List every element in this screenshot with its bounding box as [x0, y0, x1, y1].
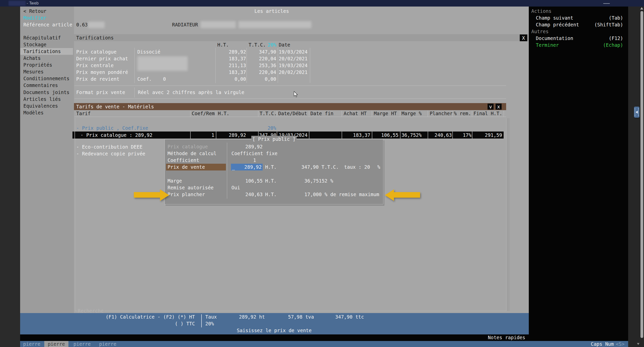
row-label: Prix de revient — [76, 76, 119, 82]
status-ht-value: 289,92 ht — [226, 314, 265, 320]
tarifications-panel-header — [74, 34, 529, 41]
cell-separator — [400, 132, 400, 139]
popup-remise-label: Remise autorisée — [168, 184, 214, 191]
tarif-row-eco[interactable]: - Eco-contribution DEEE — [76, 144, 142, 150]
row-ht: 289,92 — [214, 49, 246, 55]
action-terminer-key: (Echap) — [586, 42, 623, 49]
popup-vente-label: Prix de vente — [168, 164, 205, 170]
row-label: Prix centrale — [76, 62, 114, 69]
scroll-down-icon[interactable] — [637, 343, 639, 345]
popup-vente-unit: H.T. — [265, 164, 277, 170]
tarif-group-row[interactable]: - Prix public , Coef.Fixe — [76, 125, 148, 132]
left-dark-strip — [0, 7, 20, 347]
calculator-toggle[interactable]: (F1) Calculatrice - (F2) (*) HT — [106, 314, 195, 320]
cell-separator — [428, 132, 428, 139]
cell-separator — [452, 132, 453, 139]
popup-coefficient-value[interactable]: 1 — [231, 157, 256, 164]
action-champ-precedent-key: (ShiftTab) — [576, 21, 623, 28]
sidebar-item-conditionnements[interactable]: Conditionnements — [23, 75, 69, 82]
scroll-up-icon[interactable] — [640, 7, 643, 10]
cell-ht: 289,92 — [216, 132, 246, 139]
format-prix-vente-value[interactable]: Réel avec 2 chiffres après la virgule — [138, 89, 244, 96]
row-date: 19/03/2024 — [279, 49, 307, 55]
cell-separator — [190, 132, 191, 139]
selected-row-marker — [72, 132, 74, 139]
action-documentation-key: (F12) — [586, 35, 623, 42]
prix-vente-input-value: 289,92 — [231, 164, 262, 170]
status-tva-value: 57,98 tva — [277, 314, 314, 320]
sales-close-button[interactable]: x — [496, 104, 502, 110]
sidebar-item-stockage[interactable]: Stockage — [23, 41, 47, 48]
divider — [309, 111, 309, 117]
taskbar-tab-4[interactable]: pierre — [99, 341, 116, 347]
back-button[interactable]: < Retour — [23, 8, 47, 15]
action-terminer[interactable]: Terminer — [536, 42, 559, 49]
sidebar-item-documents-joints[interactable]: Documents joints — [23, 89, 69, 96]
article-name: RADIATEUR — [172, 21, 198, 28]
popup-marge-unit: H.T. — [265, 178, 277, 184]
tarif-row-redevance[interactable]: - Redevance copie privée — [76, 150, 145, 157]
left-annotation-arrow-icon — [134, 189, 169, 201]
notes-rapides-button[interactable]: Notes rapides — [453, 334, 525, 341]
ref-article-value[interactable]: 0.63 — [76, 21, 88, 28]
side-panel-toggle[interactable] — [634, 107, 639, 118]
prix-public-dialog-title: [ Prix public ] — [251, 136, 297, 143]
status-divider — [201, 314, 202, 327]
sidebar-item-articles-lies[interactable]: Articles liés — [23, 96, 61, 103]
popup-methode-value[interactable]: Coefficient fixe — [231, 150, 277, 157]
sidebar-item-equivalences[interactable]: Equivalences — [23, 103, 58, 109]
sales-header-achat-ht: Achat HT — [344, 110, 367, 117]
prix-vente-input[interactable]: _ 289,92 — [231, 164, 263, 170]
search-frame-left — [75, 118, 75, 311]
popup-plancher-label: Prix plancher — [168, 191, 205, 198]
collapse-left-icon — [636, 111, 638, 114]
search-frame-bottom — [75, 311, 506, 311]
sales-header-marge-ht: Marge HT — [374, 110, 397, 117]
status-message: Saisissez le prix de vente — [199, 327, 350, 334]
popup-catalogue-label: Prix catalogue — [168, 143, 208, 150]
row-ht: 0,00 — [214, 76, 246, 82]
action-documentation[interactable]: Documentation — [536, 35, 573, 42]
cell-plancher: 240,63 — [428, 132, 452, 139]
restore-icon[interactable] — [619, 1, 624, 6]
sidebar-item-proprietes[interactable]: Propriétés — [23, 62, 52, 68]
row-ttc: 220,04 — [244, 69, 276, 76]
popup-remise-value[interactable]: Oui — [231, 184, 240, 191]
scrollbar-thumb[interactable] — [640, 11, 643, 338]
action-champ-precedent[interactable]: Champ précédent — [536, 21, 579, 28]
close-icon[interactable] — [634, 1, 638, 6]
action-champ-suivant[interactable]: Champ suivant — [536, 15, 573, 21]
cell-separator — [472, 132, 472, 139]
cell-achat-ht: 183,37 — [343, 132, 370, 139]
sidebar-item-recapitulatif[interactable]: Récapitulatif — [23, 34, 61, 41]
tarifications-close-button[interactable]: X — [520, 34, 527, 41]
modify-button[interactable]: Modifier — [23, 15, 47, 21]
sidebar-item-tarifications[interactable]: Tarifications — [23, 48, 61, 55]
taskbar-tab-1[interactable]: pierre — [23, 341, 41, 347]
cell-separator — [504, 132, 504, 139]
sidebar-item-modeles[interactable]: Modèles — [23, 109, 44, 116]
ttc-toggle[interactable]: ( ) TTC — [151, 320, 195, 327]
taskbar-tab-3[interactable]: pierre — [73, 341, 91, 347]
cell-marge-pct: 36,752% — [400, 132, 422, 139]
sidebar-item-achats[interactable]: Achats — [23, 55, 41, 62]
minimize-button[interactable] — [603, 3, 610, 4]
divider — [277, 111, 277, 117]
divider — [504, 111, 504, 117]
sales-header-ht: H.T. — [218, 110, 229, 117]
sidebar-item-commentaires[interactable]: Commentaires — [23, 82, 58, 89]
actions-panel — [529, 7, 628, 341]
popup-vente-ttc: 347,90 T.T.C. — [301, 164, 339, 170]
sidebar-item-mesures[interactable]: Mesures — [23, 68, 44, 75]
redacted-supplier — [137, 56, 188, 71]
divider — [278, 48, 278, 83]
titlebar-redacted-text — [9, 1, 26, 6]
divider — [452, 111, 453, 117]
taskbar-tab-2-active[interactable]: pierre — [44, 341, 68, 347]
divider — [372, 111, 372, 117]
sales-expand-button[interactable]: v — [488, 104, 494, 110]
row-date: 19/03/2024 — [279, 62, 307, 69]
keyboard-layout-indicator: <S> — [616, 341, 624, 347]
table-scroll-track[interactable] — [507, 118, 510, 311]
divider — [310, 48, 310, 83]
